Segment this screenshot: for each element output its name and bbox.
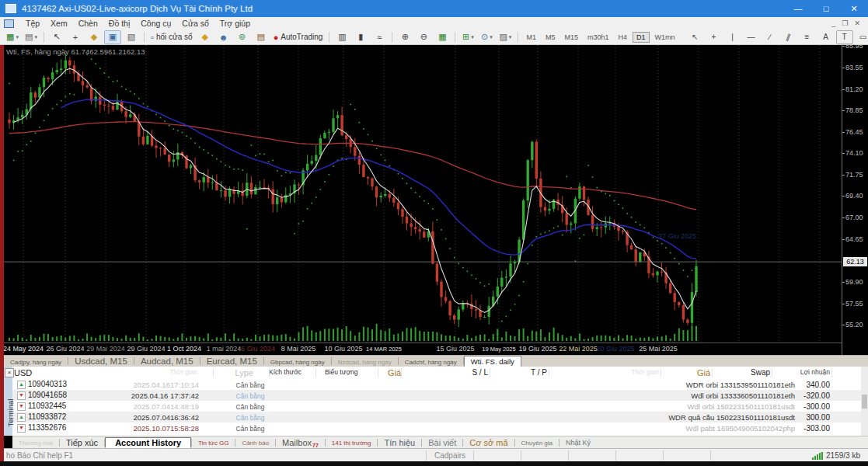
autotrading-button[interactable]: ●AutoTrading (271, 30, 326, 44)
history-row[interactable]: ▲1090403132025.04.1617:10:14Cân bằngWDR … (12, 379, 861, 390)
terminal-tab-tin-tức-gg[interactable]: Tin tức GG (192, 440, 235, 447)
hline-tool[interactable]: — (743, 30, 760, 44)
terminal-tab-tiếp-xúc[interactable]: Tiếp xúc (60, 438, 104, 447)
terminal-tab-141-thị-trường[interactable]: 141 thị trường (326, 440, 378, 447)
terminal-tab-cảnh-báo[interactable]: Cảnh báo (235, 440, 275, 447)
menu-item-cửa-sổ[interactable]: Cửa sổ (176, 19, 214, 28)
menu-item-tệp[interactable]: Tệp (20, 19, 45, 28)
chart-window-icon[interactable] (4, 19, 14, 28)
timeframe-m1-button[interactable]: M1 (522, 32, 540, 43)
timeframe-w1mn-button[interactable]: W1mn (651, 32, 679, 43)
minimize-button[interactable]: — (784, 0, 812, 17)
chart-tab-nzdcad[interactable]: Nzdcad, hàng ngày (332, 358, 398, 367)
chart-tab-cadjpy[interactable]: Cadjpy, hàng ngày (4, 358, 68, 367)
timeframe-m5-button[interactable]: M5 (542, 32, 559, 43)
new-window-button[interactable]: ▫hối cửa sổ (148, 30, 195, 44)
candle-chart-button[interactable]: ▮ (352, 30, 369, 44)
history-row[interactable]: ▼1090416582025.04.16 17:37:42Cân bằngWdl… (12, 390, 861, 401)
chart-tab-usdcad[interactable]: Usdcad, M15 (68, 356, 134, 367)
bar-chart-button[interactable]: ▥ (333, 30, 350, 44)
maximize-button[interactable]: □ (812, 0, 840, 17)
timeframe-m15-button[interactable]: M15 (560, 32, 582, 43)
menu-item-trợ-giúp[interactable]: Trợ giúp (214, 19, 256, 28)
mdi-close-button[interactable]: ✕ (854, 19, 860, 27)
cursor-tool[interactable]: ↖ (687, 30, 704, 44)
chart-tab-audcad[interactable]: Audcad, M15 (134, 356, 200, 367)
candlestick-plot[interactable] (4, 45, 842, 343)
order-number: 113352676 (28, 423, 66, 432)
web-terminal-button[interactable]: ⊚ (234, 30, 251, 44)
cursor-mode-button[interactable]: ↖ (48, 30, 65, 44)
menu-item-chèn[interactable]: Chèn (73, 19, 103, 28)
chart-shift-button[interactable]: + (67, 30, 84, 44)
close-button[interactable]: ✕ (840, 0, 868, 17)
vline-tool[interactable]: | (724, 30, 741, 44)
tile-windows-button[interactable]: ▦ (434, 30, 451, 44)
column-header-swap[interactable]: Swap (751, 368, 770, 377)
fibonacci-tool[interactable]: ≡ (799, 30, 816, 44)
chart-tab-wti[interactable]: Wti. FS. daily (464, 356, 521, 367)
column-header-time-ghost-2[interactable]: Thời gian (631, 368, 659, 376)
history-row[interactable]: ▼1133526762025.10.0715:58:28Cân bằngWdl … (12, 423, 861, 433)
chart-area[interactable]: Wti, FS, hàng ngày 61.7462.5961.2162.13 … (0, 45, 868, 355)
shapes-button[interactable]: ◆ (85, 30, 103, 44)
profiles-button[interactable]: ▤▾ (23, 30, 40, 44)
data-window-button[interactable]: ▧ (123, 30, 140, 44)
column-header-price-1[interactable]: Giá (388, 368, 401, 377)
terminal-close-icon[interactable]: × (5, 368, 14, 377)
terminal-tab-thương-mại[interactable]: Thương mại (12, 440, 59, 447)
terminal-scrollbar[interactable] (861, 367, 868, 436)
column-header-time-ghost-1[interactable]: Thời gian (169, 368, 197, 376)
zoom-in-button[interactable]: ⊕ (396, 30, 413, 44)
terminal-tab-mailbox[interactable]: Mailbox77 (276, 438, 325, 447)
chart-tab-gbpcad[interactable]: Gbpcad, hàng ngày (264, 358, 331, 367)
news-button[interactable]: ▤ (253, 30, 270, 44)
column-header-sl[interactable]: S / L (472, 368, 488, 377)
column-header-profit[interactable]: Lợi nhuận (800, 368, 830, 376)
line-chart-button[interactable]: ≈ (371, 30, 388, 44)
accounts-button[interactable]: ☻ (215, 30, 232, 44)
mdi-restore-button[interactable]: ❐ (842, 19, 848, 27)
shapes-tool[interactable]: ▭ (855, 30, 868, 44)
chart-window-button[interactable]: ▣ (104, 30, 121, 44)
column-header-usd[interactable]: USD (14, 368, 32, 377)
new-chart-button[interactable]: ▦▾ (4, 30, 21, 44)
terminal-tab-tín-hiệu[interactable]: Tín hiệu (378, 438, 421, 447)
timeframe-h4-button[interactable]: H4 (614, 32, 631, 43)
timeframe-d1-button[interactable]: D1 (633, 32, 650, 43)
column-header-type[interactable]: Lype (235, 368, 253, 377)
indicators-button[interactable]: ⊞▾ (459, 30, 476, 44)
history-row[interactable]: ▼1109324452025.07.0414:48:19Cân bằngWdl … (12, 401, 861, 412)
terminal-panel: USDThời gianLypeKích thướcBiểu tượngGiáS… (12, 367, 861, 436)
mdi-minimize-button[interactable]: _ (831, 19, 835, 27)
news-icon: ▤ (256, 32, 264, 42)
menu-item-xem[interactable]: Xem (45, 19, 73, 28)
column-header-symbol[interactable]: Biểu tượng (325, 368, 357, 376)
terminal-tab-cơ-sở-mã[interactable]: Cơ sở mã (463, 438, 514, 447)
chart-tab-cadchf[interactable]: Cadchf, hàng ngày (399, 358, 463, 367)
text-tool[interactable]: A (817, 30, 835, 44)
menu-item-công-cụ[interactable]: Công cụ (135, 19, 176, 28)
chart-tab-eurcad[interactable]: Eurcad, M15 (200, 356, 263, 367)
order-description: Wdl pabt 1695049005102042php (685, 424, 795, 433)
terminal-tab-bài-viết[interactable]: Bài viết (422, 438, 462, 447)
trendline-tool[interactable]: ∕ (762, 30, 779, 44)
terminal-tab-chuyên-gia[interactable]: Chuyên gia (515, 440, 559, 447)
crosshair-tool[interactable]: + (706, 30, 723, 44)
menu-item-đồ-thị[interactable]: Đồ thị (103, 19, 135, 28)
channel-tool[interactable]: ∥ (780, 30, 797, 44)
terminal-tab-nhật-ký[interactable]: Nhật Ký (559, 439, 597, 447)
templates-button[interactable]: ▨▾ (497, 30, 514, 44)
column-header-tp[interactable]: T / P (531, 368, 547, 377)
new-order-button[interactable]: ◆ (197, 30, 214, 44)
history-row[interactable]: ▲1109338722025.07.0416:36:42Cân bằngWDR … (12, 412, 861, 423)
timeframe-m30h1-button[interactable]: m30h1 (584, 32, 613, 43)
price-tick-label: 78.85 (845, 106, 863, 114)
column-header-price-2[interactable]: Giá (697, 368, 710, 377)
label-tool[interactable]: T (836, 30, 853, 44)
column-header-size[interactable]: Kích thước (269, 368, 302, 376)
periods-button[interactable]: ⊙▾ (478, 30, 495, 44)
terminal-tab-account-history[interactable]: Account History (105, 437, 191, 448)
zoom-out-button[interactable]: ⊖ (415, 30, 432, 44)
new-window-button-label: hối cửa sổ (156, 33, 193, 41)
